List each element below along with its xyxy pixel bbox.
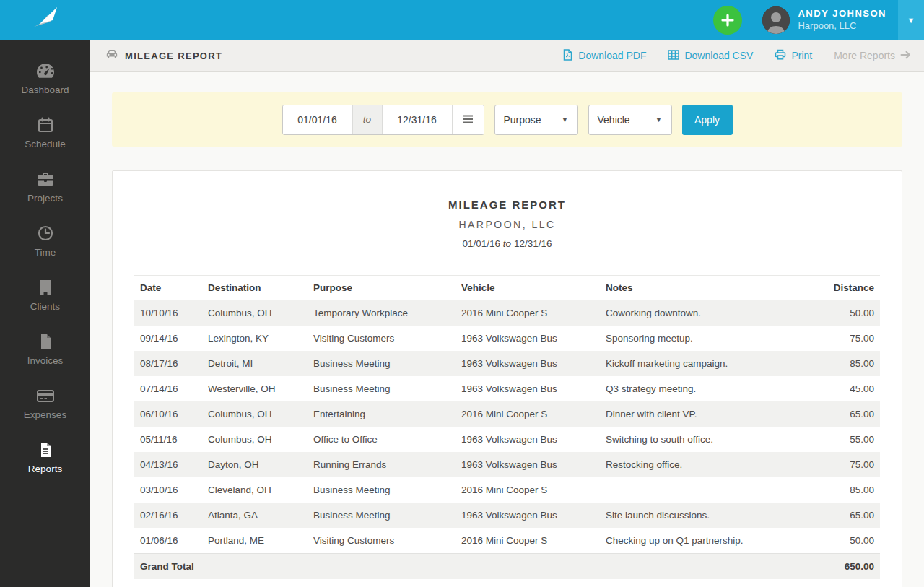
- hamburger-icon: [462, 113, 474, 126]
- sidebar-label: Dashboard: [21, 84, 69, 95]
- sidebar-label: Projects: [27, 193, 63, 204]
- cell-distance: 65.00: [801, 401, 880, 427]
- pdf-file-icon: [562, 49, 573, 63]
- clock-icon: [37, 225, 54, 242]
- user-menu[interactable]: ANDY JOHNSON Harpoon, LLC: [762, 6, 886, 34]
- table-row: 04/13/16 Dayton, OH Running Errands 1963…: [134, 452, 880, 477]
- sidebar-item-invoices[interactable]: Invoices: [0, 322, 90, 376]
- more-reports-link[interactable]: More Reports: [834, 50, 911, 61]
- cell-purpose: Business Meeting: [308, 477, 456, 503]
- apply-button[interactable]: Apply: [682, 105, 733, 135]
- page-title: MILEAGE REPORT: [125, 51, 222, 61]
- cell-vehicle: 1963 Volkswagen Bus: [456, 452, 600, 477]
- cell-destination: Columbus, OH: [202, 401, 308, 427]
- add-new-button[interactable]: [713, 6, 742, 35]
- cell-notes: Switching to south office.: [600, 427, 801, 452]
- col-header-vehicle: Vehicle: [456, 276, 600, 300]
- sidebar-item-projects[interactable]: Projects: [0, 160, 90, 214]
- cell-date: 08/17/16: [134, 351, 202, 376]
- sidebar-item-clients[interactable]: Clients: [0, 268, 90, 322]
- cell-date: 05/11/16: [134, 427, 202, 452]
- gauge-icon: [36, 62, 55, 79]
- cell-vehicle: 2016 Mini Cooper S: [456, 477, 600, 503]
- credit-card-icon: [36, 387, 55, 404]
- date-from-input[interactable]: [283, 105, 352, 134]
- sidebar-item-reports[interactable]: Reports: [0, 430, 90, 484]
- harpoon-logo-icon: [30, 4, 61, 36]
- account-dropdown-toggle[interactable]: ▼: [898, 0, 924, 40]
- cell-purpose: Running Errands: [308, 452, 456, 477]
- sidebar-label: Invoices: [27, 355, 64, 366]
- sidebar-label: Expenses: [24, 409, 66, 420]
- sidebar-item-dashboard[interactable]: Dashboard: [0, 51, 90, 105]
- table-row: 07/14/16 Westerville, OH Business Meetin…: [134, 376, 880, 401]
- download-csv-label: Download CSV: [684, 50, 753, 61]
- date-to-input[interactable]: [383, 105, 452, 134]
- sidebar-item-time[interactable]: Time: [0, 214, 90, 268]
- cell-date: 03/10/16: [134, 477, 202, 503]
- car-icon: [105, 48, 118, 63]
- more-reports-label: More Reports: [834, 50, 895, 61]
- report-page-header: MILEAGE REPORT Download PDF Download CSV…: [90, 40, 924, 72]
- calendar-icon: [37, 116, 54, 134]
- cell-date: 10/10/16: [134, 300, 202, 326]
- cell-purpose: Entertaining: [308, 401, 456, 427]
- arrow-right-icon: [900, 50, 911, 61]
- cell-vehicle: 2016 Mini Cooper S: [456, 528, 600, 554]
- date-presets-button[interactable]: [452, 105, 484, 134]
- page-title-group: MILEAGE REPORT: [105, 48, 222, 63]
- cell-distance: 75.00: [801, 452, 880, 477]
- cell-vehicle: 1963 Volkswagen Bus: [456, 503, 600, 528]
- chevron-down-icon: ▼: [562, 116, 569, 123]
- col-header-destination: Destination: [202, 276, 308, 300]
- chevron-down-icon: ▼: [907, 16, 915, 25]
- download-pdf-link[interactable]: Download PDF: [562, 49, 646, 63]
- cell-purpose: Business Meeting: [308, 503, 456, 528]
- report-company: HARPOON, LLC: [134, 219, 880, 230]
- sidebar-item-expenses[interactable]: Expenses: [0, 376, 90, 430]
- grand-total-row: Grand Total 650.00: [134, 554, 880, 580]
- date-range-group: to: [282, 105, 484, 135]
- cell-notes: Q3 strategy meeting.: [600, 376, 801, 401]
- purpose-select-value: Purpose: [504, 114, 541, 126]
- print-link[interactable]: Print: [775, 49, 812, 62]
- cell-destination: Detroit, MI: [202, 351, 308, 376]
- cell-vehicle: 1963 Volkswagen Bus: [456, 351, 600, 376]
- cell-destination: Cleveland, OH: [202, 477, 308, 503]
- header-row: Date Destination Purpose Vehicle Notes D…: [134, 276, 880, 300]
- cell-notes: Restocking office.: [600, 452, 801, 477]
- download-csv-link[interactable]: Download CSV: [668, 50, 753, 62]
- purpose-select[interactable]: Purpose ▼: [494, 105, 578, 135]
- table-row: 05/11/16 Columbus, OH Office to Office 1…: [134, 427, 880, 452]
- table-foot: Grand Total 650.00: [134, 554, 880, 580]
- building-icon: [37, 279, 54, 296]
- cell-notes: Kickoff marketing campaign.: [600, 351, 801, 376]
- file-text-icon: [37, 441, 54, 458]
- cell-distance: 85.00: [801, 351, 880, 376]
- table-row: 10/10/16 Columbus, OH Temporary Workplac…: [134, 300, 880, 326]
- cell-distance: 75.00: [801, 326, 880, 351]
- sidebar-label: Schedule: [25, 139, 65, 149]
- grand-total-label: Grand Total: [134, 554, 801, 580]
- cell-notes: Sponsoring meetup.: [600, 326, 801, 351]
- cell-vehicle: 1963 Volkswagen Bus: [456, 427, 600, 452]
- cell-purpose: Visiting Customers: [308, 528, 456, 554]
- cell-destination: Columbus, OH: [202, 427, 308, 452]
- cell-distance: 50.00: [801, 528, 880, 554]
- table-row: 08/17/16 Detroit, MI Business Meeting 19…: [134, 351, 880, 376]
- range-word: to: [503, 238, 511, 249]
- cell-destination: Dayton, OH: [202, 452, 308, 477]
- cell-destination: Westerville, OH: [202, 376, 308, 401]
- cell-notes: Site launch discussions.: [600, 503, 801, 528]
- app-logo[interactable]: [0, 0, 90, 40]
- vehicle-select[interactable]: Vehicle ▼: [588, 105, 672, 135]
- cell-date: 09/14/16: [134, 326, 202, 351]
- user-company: Harpoon, LLC: [798, 20, 886, 32]
- sidebar-label: Time: [35, 247, 56, 258]
- cell-destination: Portland, ME: [202, 528, 308, 554]
- col-header-purpose: Purpose: [308, 276, 456, 300]
- cell-date: 02/16/16: [134, 503, 202, 528]
- sidebar-item-schedule[interactable]: Schedule: [0, 105, 90, 160]
- table-row: 03/10/16 Cleveland, OH Business Meeting …: [134, 477, 880, 503]
- table-grid-icon: [668, 50, 679, 62]
